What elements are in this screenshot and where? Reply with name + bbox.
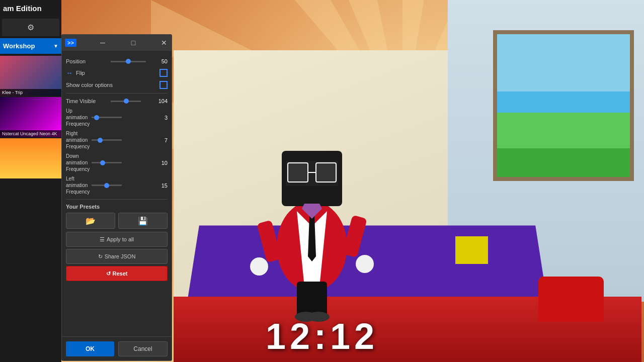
thumbnail-sunset[interactable] [0, 138, 61, 178]
reset-label: Reset [113, 270, 128, 277]
close-button[interactable]: ✕ [159, 38, 169, 47]
divider-1 [66, 93, 168, 94]
panel-footer: OK Cancel [62, 336, 172, 360]
position-row: Position 50 [66, 58, 168, 65]
panel-content: Position 50 ↔ Flip Show color options Ti… [62, 51, 172, 326]
yellow-block [455, 236, 488, 264]
reset-icon: ↺ [106, 270, 111, 277]
save-preset-button[interactable]: 💾 [118, 213, 168, 229]
gear-button[interactable]: ⚙ [2, 19, 59, 36]
down-animation-slider[interactable] [92, 162, 122, 163]
position-label: Position [66, 58, 109, 64]
flip-icon: ↔ [66, 69, 73, 77]
main-panel: >> ─ □ ✕ Position 50 ↔ Flip Show color o… [61, 34, 172, 361]
flip-label: Flip [76, 70, 156, 76]
presets-title: Your Presets [66, 204, 168, 210]
workshop-label: Workshop [3, 42, 35, 50]
position-value: 50 [155, 58, 168, 64]
preset-icons-row: 📂 💾 [66, 213, 168, 229]
svg-point-24 [307, 312, 330, 322]
folder-icon: 📂 [86, 216, 96, 226]
svg-point-18 [250, 257, 268, 276]
apply-icon: ☰ [100, 236, 105, 243]
workshop-item[interactable]: Workshop ▼ [0, 38, 61, 54]
svg-rect-13 [316, 163, 336, 182]
thumbnail-klee-label: Klee - Trip [0, 89, 61, 96]
cancel-button[interactable]: Cancel [118, 341, 168, 356]
reset-button[interactable]: ↺ Reset [66, 266, 168, 281]
up-animation-row: UpanimationFrequency 3 [66, 108, 168, 127]
right-animation-row: RightanimationFrequency 7 [66, 130, 168, 150]
ok-button[interactable]: OK [66, 341, 114, 356]
right-animation-slider-container [92, 137, 153, 144]
time-visible-slider[interactable] [111, 101, 141, 102]
share-json-button[interactable]: ↻ Share JSON [66, 249, 168, 264]
maximize-button[interactable]: □ [129, 38, 138, 47]
panel-title-icon[interactable]: >> [65, 39, 76, 47]
left-animation-slider[interactable] [92, 185, 122, 186]
thumbnail-nstercat[interactable]: Nstercat Uncaged Neon 4K [0, 97, 61, 137]
down-animation-row: DownanimationFrequency 10 [66, 153, 168, 172]
gear-icon: ⚙ [27, 23, 34, 32]
red-phone [538, 277, 604, 322]
svg-point-20 [356, 255, 374, 273]
open-preset-button[interactable]: 📂 [66, 213, 115, 229]
left-animation-value: 15 [155, 183, 168, 189]
clock-display: 12:12 [266, 316, 378, 357]
down-animation-slider-container [92, 159, 153, 166]
character [231, 96, 392, 322]
up-animation-slider[interactable] [92, 117, 122, 118]
chevron-down-icon: ▼ [53, 43, 58, 49]
share-icon: ↻ [98, 253, 103, 260]
thumbnail-nstercat-label: Nstercat Uncaged Neon 4K [0, 130, 61, 137]
flip-checkbox[interactable] [159, 69, 168, 77]
right-animation-slider[interactable] [92, 139, 122, 141]
flip-row: ↔ Flip [66, 69, 168, 77]
up-animation-value: 3 [155, 115, 168, 121]
thumbnail-klee[interactable]: Klee - Trip [0, 56, 61, 96]
svg-rect-12 [288, 163, 308, 182]
app-title: am Edition [0, 0, 61, 17]
time-visible-value: 104 [155, 98, 168, 104]
svg-rect-22 [309, 282, 327, 317]
apply-to-all-button[interactable]: ☰ Apply to all [66, 232, 168, 247]
room-window [493, 30, 634, 181]
apply-to-all-label: Apply to all [107, 236, 134, 242]
time-visible-label: Time Visible [66, 98, 109, 104]
sidebar: am Edition ⚙ Workshop ▼ Klee - Trip Nste… [0, 0, 61, 362]
show-color-row: Show color options [66, 81, 168, 89]
up-animation-slider-container [92, 114, 153, 121]
left-animation-label: LeftanimationFrequency [66, 175, 90, 195]
down-animation-value: 10 [155, 160, 168, 166]
up-animation-label: UpanimationFrequency [66, 108, 90, 127]
right-animation-value: 7 [155, 137, 168, 143]
show-color-label: Show color options [66, 82, 156, 88]
show-color-checkbox[interactable] [159, 81, 168, 89]
time-visible-row: Time Visible 104 [66, 98, 168, 105]
minimize-button[interactable]: ─ [98, 38, 107, 47]
left-animation-slider-container [92, 182, 153, 189]
position-slider-container [111, 58, 153, 65]
down-animation-label: DownanimationFrequency [66, 153, 90, 172]
position-slider[interactable] [111, 61, 146, 62]
share-json-label: Share JSON [105, 253, 136, 259]
divider-2 [66, 199, 168, 200]
save-icon: 💾 [138, 216, 148, 226]
left-animation-row: LeftanimationFrequency 15 [66, 175, 168, 195]
right-animation-label: RightanimationFrequency [66, 130, 90, 150]
time-visible-slider-container [111, 98, 153, 105]
panel-titlebar: >> ─ □ ✕ [62, 35, 172, 51]
